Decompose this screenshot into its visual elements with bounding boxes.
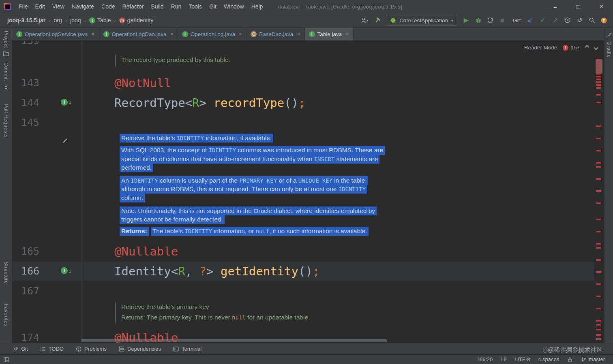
error-stripe-mark[interactable] xyxy=(596,81,601,83)
menu-item-git[interactable]: Git xyxy=(206,0,220,13)
tab-operationlogdao-java[interactable]: IOperationLogDao.java× xyxy=(99,28,178,40)
rollback-undo-icon[interactable]: ↺ xyxy=(576,17,583,24)
code-line[interactable]: Identity<R, ?> getIdentity(); xyxy=(114,263,319,279)
menu-item-view[interactable]: View xyxy=(49,0,68,13)
build-hammer-icon[interactable] xyxy=(374,17,381,23)
toolbar-todo[interactable]: TODO xyxy=(40,346,64,352)
maximize-button[interactable]: □ xyxy=(567,0,590,13)
push-arrow-icon[interactable]: ↗ xyxy=(552,17,559,24)
close-tab-icon[interactable]: × xyxy=(170,31,174,37)
error-stripe-mark[interactable] xyxy=(596,338,601,340)
error-stripe-mark[interactable] xyxy=(596,247,601,249)
error-stripe-mark[interactable] xyxy=(596,79,601,80)
commit-check-icon[interactable]: ✓ xyxy=(539,17,547,24)
menu-item-build[interactable]: Build xyxy=(147,0,167,13)
toolbar-git[interactable]: Git xyxy=(13,346,28,352)
git-branch-widget[interactable]: master xyxy=(581,356,605,362)
error-stripe-mark[interactable] xyxy=(596,231,601,232)
error-stripe-mark[interactable] xyxy=(596,76,601,77)
read-only-lock-icon[interactable] xyxy=(567,357,573,362)
history-clock-icon[interactable] xyxy=(564,17,571,23)
close-tab-icon[interactable]: × xyxy=(91,31,94,37)
error-stripe-mark[interactable] xyxy=(596,283,601,285)
breadcrumb-jooq-3-15-5-jar[interactable]: jooq-3.15.5.jar xyxy=(6,17,46,23)
tab-basedao-java[interactable]: CBaseDao.java× xyxy=(246,28,304,40)
next-error-icon[interactable] xyxy=(594,45,598,50)
error-stripe-mark[interactable] xyxy=(596,67,601,69)
error-stripe-mark[interactable] xyxy=(596,320,601,321)
update-project-icon[interactable]: ↙ xyxy=(527,17,534,24)
error-stripe-mark[interactable] xyxy=(596,166,601,168)
error-stripe-mark[interactable] xyxy=(596,190,601,192)
editor[interactable]: Reader Mode ! 157 139143144I↓145165166I↓… xyxy=(12,41,604,343)
edit-pencil-icon[interactable] xyxy=(61,137,69,145)
error-stripe-mark[interactable] xyxy=(596,219,601,220)
coverage-shield-icon[interactable] xyxy=(487,17,493,23)
error-stripe-mark[interactable] xyxy=(596,324,601,326)
tool-window-button-structure[interactable]: Structure xyxy=(0,262,12,284)
debug-bug-icon[interactable] xyxy=(475,17,482,23)
menu-item-edit[interactable]: Edit xyxy=(32,0,49,13)
error-stripe-mark[interactable] xyxy=(596,296,601,297)
breadcrumb-org[interactable]: org xyxy=(53,17,63,23)
error-stripe-mark[interactable] xyxy=(596,329,601,330)
indent-setting[interactable]: 4 spaces xyxy=(538,356,559,362)
menu-item-help[interactable]: Help xyxy=(248,0,267,13)
error-stripe-mark[interactable] xyxy=(596,150,601,151)
search-everywhere-icon[interactable] xyxy=(589,17,595,23)
ide-update-icon[interactable] xyxy=(600,17,607,24)
code-line[interactable]: RecordType<R> recordType(); xyxy=(114,95,305,111)
error-stripe-mark[interactable] xyxy=(596,259,601,261)
user-account-icon[interactable] xyxy=(361,17,369,23)
error-stripe-mark[interactable] xyxy=(596,70,601,72)
error-stripe-mark[interactable] xyxy=(596,73,601,75)
menu-item-run[interactable]: Run xyxy=(167,0,185,13)
toolbar-problems[interactable]: Problems xyxy=(76,346,107,352)
tool-window-button-project[interactable]: Project xyxy=(0,31,12,57)
stop-button[interactable]: ■ xyxy=(499,17,506,24)
toolbar-dependencies[interactable]: Dependencies xyxy=(119,346,161,352)
error-stripe-mark[interactable] xyxy=(596,178,601,180)
line-separator[interactable]: LF xyxy=(501,356,507,362)
breadcrumb-table[interactable]: ITable xyxy=(88,17,111,23)
error-stripe-mark[interactable] xyxy=(596,271,601,273)
menu-item-code[interactable]: Code xyxy=(98,0,118,13)
close-tab-icon[interactable]: × xyxy=(345,31,349,37)
tab-table-java[interactable]: ITable.java× xyxy=(305,28,354,40)
minimize-button[interactable]: – xyxy=(544,0,567,13)
implementation-marker-icon[interactable]: I↓ xyxy=(61,267,72,274)
tool-window-button-pull-requests[interactable]: Pull Requests xyxy=(0,104,12,138)
error-count-badge[interactable]: ! 157 xyxy=(563,45,580,51)
run-configuration-selector[interactable]: CoreTestApplication ▾ xyxy=(386,15,457,26)
tool-window-button-commit[interactable]: Commit xyxy=(0,62,12,91)
error-stripe-mark[interactable] xyxy=(596,202,601,204)
tool-window-button-favorites[interactable]: Favorites xyxy=(0,304,12,326)
toolwindow-toggle-icon[interactable] xyxy=(3,357,9,362)
code-line[interactable]: @NotNull xyxy=(114,75,171,91)
error-stripe-mark[interactable] xyxy=(596,62,601,63)
error-stripe-mark[interactable] xyxy=(596,138,601,139)
error-stripe-mark[interactable] xyxy=(596,64,601,66)
error-stripe-mark[interactable] xyxy=(596,243,601,245)
menu-item-file[interactable]: File xyxy=(15,0,32,13)
toolbar-terminal[interactable]: Terminal xyxy=(173,346,201,352)
menu-item-tools[interactable]: Tools xyxy=(185,0,206,13)
code-line[interactable]: @Nullable xyxy=(114,243,178,260)
previous-error-icon[interactable] xyxy=(585,45,589,49)
error-stripe-mark[interactable] xyxy=(596,94,601,96)
error-stripe-mark[interactable] xyxy=(596,59,601,60)
close-button[interactable]: × xyxy=(590,0,613,13)
tool-window-button-gradle[interactable]: Gradle xyxy=(604,32,613,58)
run-button[interactable]: ▶ xyxy=(463,17,470,24)
error-stripe-mark[interactable] xyxy=(596,126,601,127)
menu-item-navigate[interactable]: Navigate xyxy=(68,0,98,13)
tab-operationlog-java[interactable]: IOperationLog.java× xyxy=(178,28,247,40)
menu-item-window[interactable]: Window xyxy=(220,0,248,13)
menu-item-refactor[interactable]: Refactor xyxy=(119,0,148,13)
error-stripe-mark[interactable] xyxy=(596,87,601,89)
error-stripe-mark[interactable] xyxy=(596,162,601,164)
breadcrumb-jooq[interactable]: jooq xyxy=(69,17,81,23)
error-stripe-mark[interactable] xyxy=(596,102,601,103)
file-encoding[interactable]: UTF-8 xyxy=(515,356,530,362)
caret-position[interactable]: 166:20 xyxy=(476,356,493,362)
